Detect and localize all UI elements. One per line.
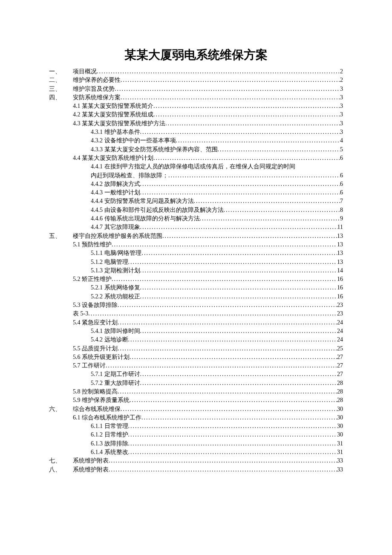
toc-entry-label: 5.7.2 重大故障研讨	[91, 379, 140, 387]
toc-entry: 5.7.1 定期工作研讨27	[49, 370, 343, 379]
toc-entry: 5.4 紧急应变计划24	[49, 318, 343, 327]
toc-leader	[153, 154, 340, 162]
toc-entry-label: 5.4.2 远地诊断	[91, 335, 128, 344]
toc-entry: 4.4.1 在接到甲方指定人员的故障保修电话或传真后，在维保人合同规定的时间	[49, 162, 343, 171]
toc-entry-page: 30	[337, 413, 343, 422]
toc-entry: 6.1.1 日常管理30	[49, 422, 343, 431]
toc-entry-marker: 一、	[49, 67, 73, 76]
toc-entry-page: 28	[337, 387, 343, 396]
toc-leader	[140, 292, 337, 301]
toc-entry-label: 维护保养的必要性	[73, 76, 121, 84]
toc-entry: 4.4.2 故障解决方式6	[49, 180, 343, 188]
toc-leader	[130, 396, 337, 405]
toc-entry-page: 3	[340, 85, 343, 93]
toc-entry-label: 6.1 综合布线系统维护工作	[73, 413, 141, 422]
toc-entry-page: 3	[340, 102, 343, 110]
toc-entry-label: 5.9 维护保养质量系统	[73, 396, 130, 405]
toc-entry-label: 5.1.2 电脑管理	[91, 258, 128, 266]
toc-entry-label: 6.1.3 故障排除	[91, 439, 128, 448]
toc-entry-label: 5.2.1 系统网络修复	[91, 283, 140, 292]
toc-entry-page: 5	[340, 145, 343, 154]
toc-entry-marker: 五、	[49, 232, 73, 240]
toc-entry-page: 24	[337, 327, 343, 335]
toc-entry-page: 16	[337, 275, 343, 283]
toc-entry-page: 23	[337, 301, 343, 309]
toc-leader	[121, 405, 337, 413]
toc-entry-page: 33	[337, 457, 343, 465]
toc-leader	[140, 180, 340, 188]
toc-entry-label: 5.6 系统升级更新计划	[73, 353, 130, 361]
toc-entry-page: 16	[337, 283, 343, 292]
toc-entry: 5.7 工作研讨27	[49, 361, 343, 370]
toc-leader	[112, 275, 337, 283]
toc-entry-label: 4.4.2 故障解决方式	[91, 180, 140, 188]
toc-entry-label: 维护宗旨及优势	[73, 85, 115, 93]
toc-entry: 5.1.3 定期检测计划14	[49, 266, 343, 275]
toc-leader	[88, 309, 337, 318]
toc-leader	[168, 171, 340, 180]
toc-entry: 八、系统维护附表33	[49, 465, 343, 474]
toc-entry-page: 6	[340, 188, 343, 197]
toc-entry-label: 4.4.6 传输系统出现故障的分析与解决方法	[91, 214, 200, 223]
toc-entry-label: 4.3.3 某某大厦安全防范系统维护保养内容、范围	[91, 145, 218, 154]
toc-entry-label: 6.1.2 日常维护	[91, 431, 128, 439]
toc-leader	[128, 431, 337, 439]
toc-entry-page: 3	[340, 128, 343, 136]
toc-entry-label: 5.2 矫正性维护	[73, 275, 112, 283]
toc-entry-label: 5.1.1 电脑/网络管理	[91, 249, 141, 257]
toc-leader	[128, 335, 337, 344]
toc-entry: 6.1.4 系统整改31	[49, 448, 343, 457]
toc-leader	[140, 188, 340, 197]
toc-entry: 4.4.5 由设备和部件引起或反映出的故障及解决方法8	[49, 206, 343, 214]
toc-leader	[106, 361, 337, 370]
toc-leader	[128, 422, 337, 431]
toc-entry: 5.4.2 远地诊断24	[49, 335, 343, 344]
toc-entry-page: 2	[340, 67, 343, 76]
toc-leader	[140, 370, 337, 379]
toc-leader	[140, 379, 337, 387]
toc-entry-page: 6	[340, 154, 343, 162]
toc-entry: 内赶到现场检查、排除故障；6	[49, 171, 343, 180]
toc-entry: 三、维护宗旨及优势3	[49, 85, 343, 93]
toc-entry-page: 3	[340, 110, 343, 119]
toc-leader	[194, 197, 340, 205]
toc-entry-page: 31	[337, 448, 343, 457]
toc-entry-label: 4.3 某某大厦安防报警系统维护方法	[73, 119, 165, 128]
toc-entry: 4.3.3 某某大厦安全防范系统维护保养内容、范围5	[49, 145, 343, 154]
toc-entry-page: 13	[337, 232, 343, 240]
toc-entry: 5.2 矫正性维护16	[49, 275, 343, 283]
toc-entry-label: 5.7 工作研讨	[73, 361, 106, 370]
toc-entry-label: 4.4.7 其它故障现象	[91, 223, 140, 231]
toc-entry-page: 24	[337, 335, 343, 344]
toc-entry: 一、项目概况2	[49, 67, 343, 76]
toc-leader	[128, 258, 337, 266]
toc-entry-label: 5.5 品质提升计划	[73, 344, 118, 353]
toc-entry-label: 系统维护附表	[73, 457, 109, 465]
toc-entry-label: 5.1 预防性维护	[73, 240, 112, 249]
toc-leader	[140, 266, 337, 275]
toc-leader	[118, 318, 337, 327]
toc-entry: 6.1.3 故障排除31	[49, 439, 343, 448]
toc-entry-label: 4.4.4 安防报警系统常见问题及解决方法	[91, 197, 194, 205]
toc-entry-page: 2	[340, 76, 343, 84]
toc-entry-label: 系统维护附表	[73, 465, 109, 474]
toc-entry-page: 13	[337, 249, 343, 257]
toc-leader	[224, 206, 340, 214]
toc-entry: 5.1.2 电脑管理13	[49, 258, 343, 266]
toc-entry: 5.9 维护保养质量系统28	[49, 396, 343, 405]
toc-entry: 五、楼宇自控系统维护服务的系统范围13	[49, 232, 343, 240]
toc-entry: 二、维护保养的必要性2	[49, 76, 343, 84]
toc-leader	[140, 327, 337, 335]
toc-leader	[118, 301, 337, 309]
toc-entry-page: 33	[337, 465, 343, 474]
toc-entry-label: 5.8 控制策略提高	[73, 387, 118, 396]
toc-leader	[153, 102, 340, 110]
toc-entry-marker: 六、	[49, 405, 73, 413]
toc-leader	[128, 439, 337, 448]
toc-entry-marker: 八、	[49, 465, 73, 474]
toc-entry: 4.3 某某大厦安防报警系统维护方法3	[49, 119, 343, 128]
toc-entry-page: 7	[340, 197, 343, 205]
toc-leader	[121, 76, 340, 84]
toc-entry: 4.4 某某大厦安防系统维护计划6	[49, 154, 343, 162]
toc-entry-label: 4.4.3 一般维护计划	[91, 188, 140, 197]
